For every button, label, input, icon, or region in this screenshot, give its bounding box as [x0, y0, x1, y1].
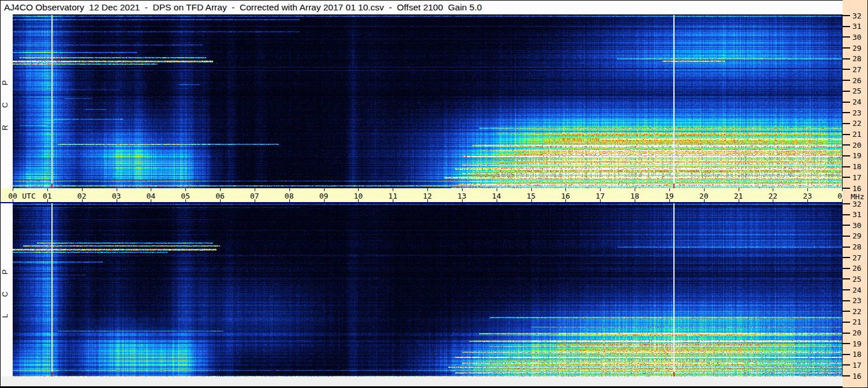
mhz-tick — [843, 91, 850, 92]
mhz-tick — [843, 112, 850, 113]
hour-label: 13 — [457, 192, 467, 200]
hour-tick — [324, 188, 325, 191]
lcp-spectrogram — [13, 203, 842, 376]
mhz-tick — [843, 58, 850, 59]
mhz-label: 19 — [852, 339, 862, 348]
hour-tick — [393, 188, 393, 191]
mhz-label: 26 — [852, 76, 862, 85]
frequency-scale: MHz 323130292827262524232221201918171632… — [843, 0, 867, 387]
mhz-label: 16 — [852, 372, 862, 380]
mhz-tick — [843, 247, 850, 248]
mhz-label: 20 — [852, 329, 862, 337]
mhz-tick — [843, 333, 850, 334]
hour-label: 16 — [561, 192, 570, 200]
mhz-label: 29 — [852, 232, 862, 240]
hour-tick — [669, 188, 670, 191]
mhz-label: 18 — [852, 162, 862, 171]
mhz-label: 19 — [852, 151, 862, 160]
hour-label: 02 — [77, 192, 87, 200]
hour-label: 20 — [699, 192, 709, 200]
hour-label: 14 — [492, 192, 501, 200]
mhz-tick — [843, 47, 850, 48]
mhz-label: 21 — [852, 318, 862, 326]
mhz-label: 31 — [852, 22, 862, 31]
hour-tick — [565, 188, 566, 191]
hour-tick — [13, 188, 13, 191]
mhz-tick — [843, 278, 850, 279]
mhz-tick — [843, 322, 850, 323]
hour-label: 00 — [8, 192, 17, 200]
mhz-tick — [843, 214, 850, 215]
mhz-label: 25 — [852, 275, 862, 283]
hour-label: 21 — [734, 192, 743, 200]
mhz-label: 25 — [852, 87, 862, 95]
mhz-label: 28 — [852, 242, 862, 251]
hour-tick — [704, 188, 705, 191]
mhz-tick — [843, 300, 850, 301]
mhz-label: 23 — [852, 296, 862, 305]
mhz-tick — [843, 375, 850, 376]
hour-tick — [117, 188, 117, 191]
mhz-label: 26 — [852, 264, 862, 273]
lcp-polarization-label: L C P — [1, 255, 12, 324]
mhz-label: 18 — [852, 350, 862, 359]
mhz-tick — [843, 80, 850, 81]
mhz-label: 23 — [852, 109, 862, 117]
mhz-label: 21 — [852, 130, 862, 139]
page-title: AJ4CO Observatory 12 Dec 2021 - DPS on T… — [4, 2, 482, 13]
mhz-label: 22 — [852, 119, 862, 128]
mhz-tick — [843, 236, 850, 237]
mhz-tick — [843, 364, 850, 365]
mhz-label: 24 — [852, 98, 862, 106]
mhz-tick — [843, 257, 850, 258]
mhz-label: 16 — [852, 184, 862, 193]
rcp-polarization-label: R C P — [1, 67, 12, 136]
mhz-label: 20 — [852, 141, 862, 150]
mhz-tick — [843, 144, 850, 146]
hour-label: 01 — [43, 192, 52, 200]
hour-tick — [427, 188, 428, 191]
mhz-label: 24 — [852, 286, 862, 294]
hour-tick — [289, 188, 290, 191]
mhz-tick — [843, 155, 850, 156]
hour-tick — [185, 188, 186, 191]
mhz-tick — [843, 166, 850, 167]
mhz-label: 27 — [852, 65, 862, 74]
bottom-margin — [1, 376, 843, 386]
time-axis: UTC 000102030405060708091011121314151617… — [1, 188, 843, 203]
hour-label: 18 — [630, 192, 639, 200]
hour-label: 15 — [527, 192, 536, 200]
mhz-label: 31 — [852, 210, 862, 219]
mhz-label: 17 — [852, 173, 862, 182]
mhz-tick — [843, 289, 850, 290]
mhz-tick — [843, 69, 850, 70]
hour-tick — [531, 188, 532, 191]
hour-label: 23 — [803, 192, 812, 200]
mhz-tick — [843, 134, 850, 135]
mhz-tick — [843, 268, 850, 269]
mhz-label: 29 — [852, 44, 862, 53]
hour-label: 03 — [112, 192, 121, 200]
hour-label: 19 — [665, 192, 674, 200]
hour-tick — [807, 188, 808, 191]
hour-tick — [47, 188, 48, 191]
utc-axis-label: UTC — [22, 192, 35, 200]
mhz-label: 32 — [852, 12, 862, 20]
hour-label: 22 — [768, 192, 777, 200]
hour-tick — [151, 188, 151, 191]
mhz-tick — [843, 188, 850, 189]
hour-label: 05 — [181, 192, 190, 200]
mhz-tick — [843, 177, 850, 178]
mhz-label: 22 — [852, 307, 862, 316]
mhz-label: 28 — [852, 54, 862, 63]
spectrograph-window: AJ4CO Observatory 12 Dec 2021 - DPS on T… — [0, 0, 868, 388]
mhz-tick — [843, 102, 850, 103]
hour-label: 17 — [595, 192, 605, 200]
hour-label: 06 — [215, 192, 225, 200]
mhz-label: 32 — [852, 200, 862, 208]
rcp-spectrogram — [13, 15, 842, 188]
hour-label: 11 — [388, 192, 397, 200]
hour-tick — [497, 188, 497, 191]
mhz-tick — [843, 311, 850, 312]
mhz-tick — [843, 36, 850, 38]
